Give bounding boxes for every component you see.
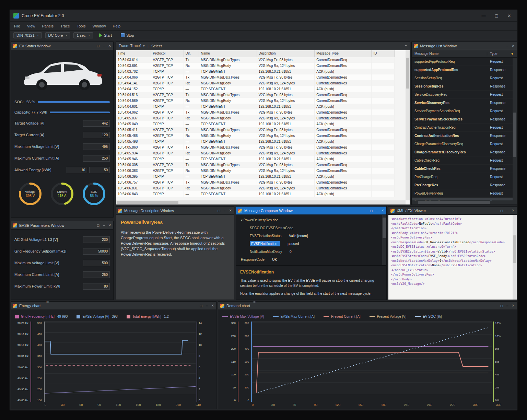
message-list-item[interactable]: PreChargeReqRequest [412, 173, 517, 181]
message-list-item[interactable]: ServicePaymentSelectionReqRequest [412, 107, 517, 115]
close-icon[interactable]: ✕ [382, 209, 384, 212]
collapse-icon[interactable]: – [506, 209, 508, 212]
evse-field-input[interactable] [83, 283, 110, 290]
float-icon[interactable]: ◻ [370, 209, 373, 212]
trace-select-button[interactable]: Select [151, 44, 162, 48]
trace-selector[interactable]: Trace: Trace1 ▾ [119, 44, 145, 48]
trace-row[interactable]: 10:54:05.411V2GTP_TCPTxMSG:DIN-MsgDataTy… [116, 127, 395, 133]
message-list-item[interactable]: CableCheckReqRequest [412, 156, 517, 165]
message-list-item[interactable]: ChargeParameterDiscoveryResResponse [412, 148, 517, 156]
trace-row[interactable]: 10:54:04.141V2GTP_TCPRxMSG:DIN-MsgBodyV2… [116, 80, 395, 86]
trace-horizontal-scrollbar[interactable] [116, 200, 406, 205]
trace-menu-icon[interactable]: ≡ [405, 44, 407, 48]
trace-row[interactable]: 10:54:03.702TCP/IP—TCP SEGMENT192.168.10… [116, 69, 395, 74]
message-list-item[interactable]: ChargeParameterDiscoveryReqRequest [412, 140, 517, 148]
evse-field-input[interactable] [83, 236, 110, 243]
collapse-icon[interactable]: – [103, 223, 105, 227]
tree-row[interactable]: EVSEIsolationStatusValid [enum] [236, 232, 386, 240]
trace-row[interactable]: 10:54:05.486V2GTP_TCPRxMSG:DIN-MsgBodyV2… [116, 133, 395, 139]
message-list-item[interactable]: SessionSetupResResponse [412, 82, 517, 91]
menu-item-file[interactable]: File [14, 24, 20, 28]
trace-column-description[interactable]: Description [257, 50, 315, 57]
close-icon[interactable]: ✕ [512, 304, 515, 307]
close-icon[interactable]: ✕ [229, 209, 232, 212]
message-list-item[interactable]: SessionSetupReqRequest [412, 74, 517, 82]
message-list-item[interactable]: CableCheckResResponse [412, 165, 517, 173]
allowed-energy-max-field[interactable] [89, 167, 110, 173]
filter-icon[interactable]: ▼ [511, 52, 514, 56]
trace-row[interactable]: 10:54:05.946TCP/IP—TCP SEGMENT192.168.10… [116, 156, 395, 162]
trace-row[interactable]: 10:54:05.860V2GTP_TCPTxMSG:DIN-MsgDataTy… [116, 144, 395, 150]
legend-item[interactable]: Present Voltage [V] [370, 315, 407, 318]
trace-column-dir[interactable]: Dir. [184, 50, 199, 57]
float-icon[interactable]: ◻ [97, 223, 99, 227]
close-icon[interactable]: ✕ [512, 44, 515, 48]
evse-field-input[interactable] [83, 248, 110, 255]
message-list-item[interactable]: PowerDeliveryReqRequest [412, 189, 517, 198]
menu-item-panels[interactable]: Panels [42, 24, 54, 28]
message-list-horizontal-scrollbar[interactable] [412, 200, 517, 205]
trace-column-messagetype[interactable]: Message Type [315, 50, 372, 57]
maximize-button[interactable]: ▢ [495, 13, 499, 18]
legend-item[interactable]: EV SOC [%] [415, 315, 442, 318]
message-list-vertical-scrollbar[interactable] [513, 58, 517, 200]
trace-row[interactable]: 10:54:04.152TCP/IP—TCP SEGMENT192.168.10… [116, 86, 395, 92]
ev-field-input[interactable] [83, 132, 110, 138]
tree-row[interactable]: ▾ PowerDeliveryRes.doc [236, 216, 386, 224]
trace-row[interactable]: 10:54:06.831V2GTP_TCPRxMSG:DIN-MsgBodyV2… [116, 185, 395, 191]
trace-row[interactable]: 10:54:03.614V2GTP_TCPTxMSG:DIN-MsgDataTy… [116, 57, 395, 63]
menu-item-window[interactable]: Window [92, 24, 106, 28]
legend-item[interactable]: Present Current [A] [324, 315, 361, 318]
float-icon[interactable]: ◻ [200, 304, 202, 307]
collapse-icon[interactable]: – [224, 209, 226, 212]
message-list-item[interactable]: ServiceDiscoveryReqRequest [412, 91, 517, 99]
trace-row[interactable]: 10:54:04.962V2GTP_TCPTxMSG:DIN-MsgDataTy… [116, 109, 395, 115]
close-button[interactable]: ✕ [507, 13, 511, 18]
message-list-item[interactable]: supportedAppProtocolResResponse [412, 66, 517, 74]
chart-plot-area[interactable] [252, 322, 492, 394]
capacity-slider[interactable] [50, 112, 110, 113]
message-list-item[interactable]: supportedAppProtocolReqRequest [412, 58, 517, 66]
column-header-message-name[interactable]: Message Name [412, 52, 487, 56]
trace-column-name[interactable]: Name [199, 50, 257, 57]
charge-mode-combobox[interactable]: DC Core▾ [45, 32, 70, 38]
close-icon[interactable]: ✕ [512, 209, 515, 212]
column-header-type[interactable]: Type▼ [487, 52, 517, 56]
float-icon[interactable]: ◻ [500, 304, 503, 307]
interval-combobox[interactable]: 1 sec▾ [73, 32, 93, 38]
soc-slider[interactable] [38, 101, 110, 103]
collapse-icon[interactable]: – [506, 44, 508, 48]
trace-row[interactable]: 10:54:05.498TCP/IP—TCP SEGMENT192.168.10… [116, 139, 395, 144]
trace-row[interactable]: 10:54:04.513V2GTP_TCPTxMSG:DIN-MsgDataTy… [116, 92, 395, 98]
evse-field-input[interactable] [83, 271, 110, 278]
legend-item[interactable]: EVSE Max Current [A] [273, 315, 315, 318]
tree-row[interactable]: NotificationMaxDelay0 [236, 248, 386, 256]
message-list-item[interactable]: ContractAuthenticationResResponse [412, 132, 517, 140]
float-icon[interactable]: ◻ [97, 44, 99, 48]
chart-plot-area[interactable] [45, 322, 196, 394]
trace-row[interactable]: 10:54:05.049TCP/IP—TCP SEGMENT192.168.10… [116, 121, 395, 127]
collapse-icon[interactable]: – [506, 304, 508, 307]
float-icon[interactable]: ◻ [500, 209, 503, 212]
trace-row[interactable]: 10:54:04.589V2GTP_TCPRxMSG:DIN-MsgBodyV2… [116, 98, 395, 104]
ev-field-input[interactable] [83, 143, 110, 150]
start-button[interactable]: Start [96, 33, 115, 38]
legend-item[interactable]: EVSE Max Voltage [V] [222, 315, 264, 318]
protocol-combobox[interactable]: DIN 70121▾ [13, 32, 42, 38]
tree-row[interactable]: SECC.DC.EVSEStatusCode [236, 224, 386, 232]
close-icon[interactable]: ✕ [211, 304, 214, 307]
message-list-item[interactable]: PowerDeliveryResResponse [412, 198, 517, 200]
ev-field-input[interactable] [83, 120, 110, 127]
trace-row[interactable]: 10:54:06.383V2GTP_TCPRxMSG:DIN-MsgBodyV2… [116, 168, 395, 174]
evse-field-input[interactable] [83, 260, 110, 266]
legend-item[interactable]: Total Energy [kWh]1.2 [127, 315, 169, 318]
message-list-item[interactable]: PreChargeResResponse [412, 181, 517, 189]
tree-row[interactable]: ResponseCodeOK [236, 256, 386, 264]
ev-field-input[interactable] [83, 155, 110, 162]
trace-row[interactable]: 10:54:03.691V2GTP_TCPRxMSG:DIN-MsgBodyV2… [116, 63, 395, 69]
float-icon[interactable]: ◻ [218, 209, 220, 212]
trace-column-time[interactable]: Time [116, 50, 151, 57]
trace-row[interactable]: 10:54:05.037V2GTP_TCPRxMSG:DIN-MsgBodyV2… [116, 115, 395, 121]
message-list-item[interactable]: ServicePaymentSelectionResResponse [412, 115, 517, 124]
close-icon[interactable]: ✕ [108, 223, 111, 227]
